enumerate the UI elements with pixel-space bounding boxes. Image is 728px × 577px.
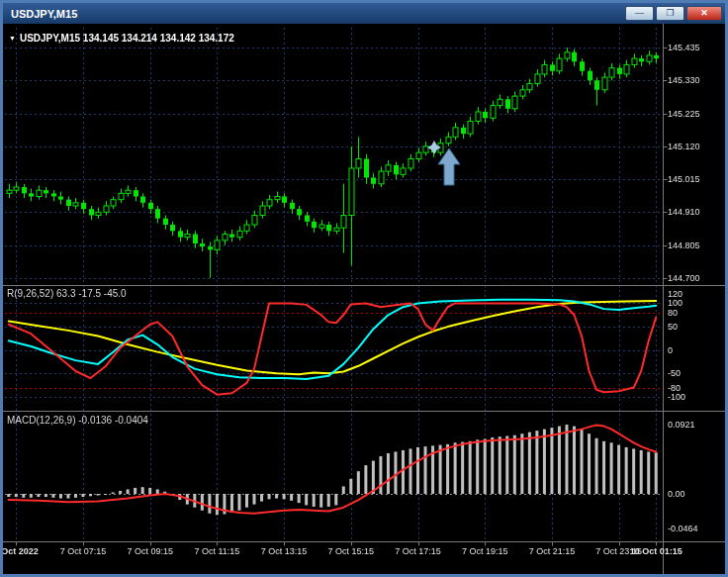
- time-axis-label: 7 Oct 09:15: [127, 546, 173, 556]
- time-axis-label: 7 Oct 2022: [3, 546, 39, 556]
- close-button[interactable]: ✕: [686, 6, 722, 21]
- oscillator-scale-label: -50: [668, 368, 681, 378]
- sparkle-icon: [427, 141, 441, 154]
- ohlc-info-text: USDJPY,M15 134.145 134.214 134.142 134.1…: [20, 33, 234, 44]
- symbol-dropdown-icon[interactable]: ▼: [9, 35, 16, 42]
- price-scale-label: 145.330: [668, 75, 700, 85]
- macd-scale-label: 0.00: [668, 489, 685, 499]
- up-arrow-icon: [438, 148, 460, 185]
- price-scale-label: 145.225: [668, 109, 700, 119]
- oscillator-scale-label: -100: [668, 392, 685, 402]
- time-axis-label: 10 Oct 01:15: [630, 546, 682, 556]
- price-scale-label: 145.120: [668, 142, 700, 151]
- price-scale-label: 144.910: [668, 207, 700, 217]
- up-arrow-annotation[interactable]: [426, 141, 462, 188]
- oscillator-scale-label: 0: [668, 345, 673, 355]
- terminal-window: USDJPY,M15 — ❐ ✕ ▼USDJPY,M15 134.145 134…: [0, 0, 728, 577]
- oscillator-scale-label: 80: [668, 308, 678, 318]
- macd-scale-label: -0.0464: [668, 524, 698, 533]
- macd-indicator-label: MACD(12,26,9) -0.0136 -0.0404: [7, 415, 148, 426]
- chart-area: ▼USDJPY,M15 134.145 134.214 134.142 134.…: [3, 24, 725, 574]
- time-axis-label: 7 Oct 11:15: [194, 546, 239, 556]
- r-indicator-label: R(9,26,52) 63.3 -17.5 -45.0: [7, 288, 127, 299]
- price-scale-label: 145.015: [668, 174, 700, 184]
- time-axis-label: 7 Oct 17:15: [395, 546, 441, 556]
- time-axis-label: 7 Oct 13:15: [261, 546, 308, 556]
- time-axis-label: 7 Oct 21:15: [529, 546, 576, 556]
- chart-canvas[interactable]: [3, 24, 725, 574]
- price-scale-label: 144.805: [668, 240, 700, 250]
- minimize-button[interactable]: —: [625, 6, 654, 21]
- ohlc-info-row: ▼USDJPY,M15 134.145 134.214 134.142 134.…: [9, 33, 234, 44]
- window-controls: — ❐ ✕: [625, 6, 722, 21]
- chart-window-titlebar[interactable]: USDJPY,M15 — ❐ ✕: [3, 3, 725, 24]
- window-title: USDJPY,M15: [11, 8, 77, 20]
- price-scale-label: 145.435: [668, 43, 700, 52]
- time-axis-label: 7 Oct 15:15: [328, 546, 375, 556]
- oscillator-scale-label: 50: [668, 322, 678, 332]
- time-axis-label: 7 Oct 07:15: [60, 546, 107, 556]
- time-axis-label: 7 Oct 19:15: [462, 546, 508, 556]
- price-scale-label: 144.700: [668, 273, 700, 283]
- macd-scale-label: 0.0921: [668, 420, 695, 430]
- restore-button[interactable]: ❐: [656, 6, 684, 21]
